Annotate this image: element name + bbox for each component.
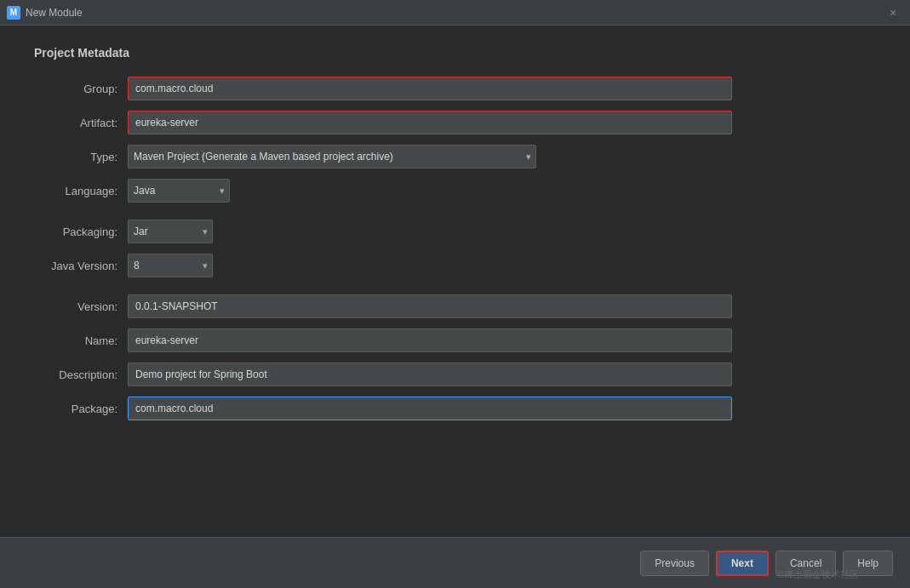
previous-button[interactable]: Previous bbox=[640, 551, 709, 576]
artifact-label: Artifact: bbox=[34, 117, 128, 129]
packaging-label: Packaging: bbox=[34, 225, 128, 238]
package-row: Package: bbox=[34, 397, 876, 420]
dialog-footer: Previous Next Cancel Help bbox=[0, 537, 910, 588]
artifact-row: Artifact: bbox=[34, 111, 876, 134]
name-row: Name: bbox=[34, 328, 876, 352]
help-button[interactable]: Help bbox=[843, 551, 893, 576]
java-version-label: Java Version: bbox=[34, 260, 128, 272]
group-row: Group: bbox=[34, 77, 876, 100]
language-select[interactable]: Java Kotlin Groovy bbox=[128, 179, 230, 203]
package-input[interactable] bbox=[128, 397, 732, 420]
name-label: Name: bbox=[34, 334, 128, 347]
dialog-content: Project Metadata Group: Artifact: Type: … bbox=[0, 26, 910, 451]
app-icon: M bbox=[7, 6, 20, 20]
type-row: Type: Maven Project (Generate a Maven ba… bbox=[34, 145, 876, 168]
java-version-select[interactable]: 8 11 17 bbox=[128, 254, 213, 277]
cancel-button[interactable]: Cancel bbox=[776, 551, 836, 576]
group-input[interactable] bbox=[128, 77, 732, 100]
java-version-row: Java Version: 8 11 17 bbox=[34, 254, 876, 277]
type-label: Type: bbox=[34, 151, 128, 163]
title-bar-text: New Module bbox=[26, 7, 883, 19]
package-label: Package: bbox=[34, 402, 128, 415]
language-label: Language: bbox=[34, 185, 128, 197]
java-version-select-wrapper: 8 11 17 bbox=[128, 254, 213, 277]
language-select-wrapper: Java Kotlin Groovy bbox=[128, 179, 230, 203]
type-select-wrapper: Maven Project (Generate a Maven based pr… bbox=[128, 145, 536, 168]
close-button[interactable]: × bbox=[883, 3, 903, 23]
packaging-select[interactable]: Jar War bbox=[128, 220, 213, 243]
version-input[interactable] bbox=[128, 294, 732, 318]
section-title: Project Metadata bbox=[34, 46, 876, 60]
description-label: Description: bbox=[34, 368, 128, 381]
artifact-input[interactable] bbox=[128, 111, 732, 134]
packaging-row: Packaging: Jar War bbox=[34, 220, 876, 243]
description-input[interactable] bbox=[128, 363, 732, 386]
version-label: Version: bbox=[34, 300, 128, 313]
type-select[interactable]: Maven Project (Generate a Maven based pr… bbox=[128, 145, 536, 168]
name-input[interactable] bbox=[128, 328, 732, 352]
title-bar: M New Module × bbox=[0, 0, 910, 26]
language-row: Language: Java Kotlin Groovy bbox=[34, 179, 876, 203]
packaging-select-wrapper: Jar War bbox=[128, 220, 213, 243]
description-row: Description: bbox=[34, 363, 876, 386]
next-button[interactable]: Next bbox=[716, 551, 769, 576]
version-row: Version: bbox=[34, 294, 876, 318]
group-label: Group: bbox=[34, 83, 128, 95]
